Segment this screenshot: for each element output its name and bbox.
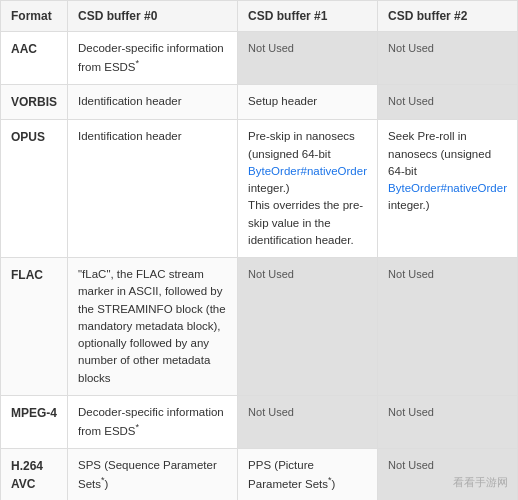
csd2-cell: Not Used <box>378 258 518 396</box>
byteorder-link-csd1[interactable]: ByteOrder#nativeOrder <box>248 165 367 177</box>
format-cell: H.264 AVC <box>1 449 68 500</box>
csd2-cell: Not Used <box>378 85 518 120</box>
csd1-cell: Setup header <box>238 85 378 120</box>
codec-table: Format CSD buffer #0 CSD buffer #1 CSD b… <box>0 0 518 500</box>
csd2-cell: Not Used <box>378 449 518 500</box>
header-csd2: CSD buffer #2 <box>378 1 518 32</box>
format-cell: OPUS <box>1 120 68 258</box>
format-cell: VORBIS <box>1 85 68 120</box>
csd2-cell: Seek Pre-roll in nanosecs (unsigned 64-b… <box>378 120 518 258</box>
csd0-cell: Identification header <box>68 120 238 258</box>
format-cell: MPEG-4 <box>1 395 68 448</box>
csd1-cell: Pre-skip in nanosecs (unsigned 64-bit By… <box>238 120 378 258</box>
csd0-cell: Identification header <box>68 85 238 120</box>
csd1-cell: PPS (Picture Parameter Sets*) <box>238 449 378 500</box>
header-format: Format <box>1 1 68 32</box>
format-cell: AAC <box>1 32 68 85</box>
csd2-cell: Not Used <box>378 395 518 448</box>
csd0-cell: Decoder-specific information from ESDS* <box>68 395 238 448</box>
csd0-cell: SPS (Sequence Parameter Sets*) <box>68 449 238 500</box>
byteorder-link-csd2[interactable]: ByteOrder#nativeOrder <box>388 182 507 194</box>
csd1-cell: Not Used <box>238 258 378 396</box>
format-cell: FLAC <box>1 258 68 396</box>
header-csd0: CSD buffer #0 <box>68 1 238 32</box>
header-csd1: CSD buffer #1 <box>238 1 378 32</box>
csd1-cell: Not Used <box>238 32 378 85</box>
csd0-cell: "fLaC", the FLAC stream marker in ASCII,… <box>68 258 238 396</box>
csd0-cell: Decoder-specific information from ESDS* <box>68 32 238 85</box>
csd2-cell: Not Used <box>378 32 518 85</box>
csd1-cell: Not Used <box>238 395 378 448</box>
